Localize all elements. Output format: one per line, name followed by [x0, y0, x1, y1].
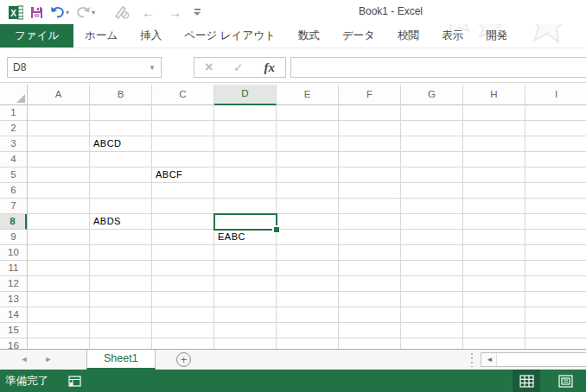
- status-ready-text: 準備完了: [5, 370, 48, 392]
- sheet-tabs: Sheet1: [86, 350, 156, 370]
- row-header-2[interactable]: 2: [0, 121, 27, 136]
- insert-function-icon[interactable]: fx: [264, 60, 276, 75]
- ribbon-tab-row: ファイルホーム挿入ページ レイアウト数式データ校閲表示開発: [0, 24, 586, 48]
- name-box-value: D8: [8, 61, 143, 73]
- row-header-9[interactable]: 9: [0, 230, 27, 245]
- column-header-E[interactable]: E: [277, 85, 339, 105]
- record-macro-icon[interactable]: [66, 373, 83, 389]
- excel-logo-icon[interactable]: X: [5, 2, 27, 22]
- save-icon[interactable]: [27, 2, 47, 22]
- column-header-C[interactable]: C: [152, 85, 214, 105]
- sheet-tab-bar: ◄ ► Sheet1 + ◄: [0, 349, 586, 370]
- horizontal-scrollbar[interactable]: ◄: [481, 352, 586, 367]
- cell-C5[interactable]: ABCF: [152, 168, 214, 183]
- undo-icon[interactable]: ▾: [47, 2, 73, 22]
- next-sheet-icon[interactable]: ►: [40, 350, 57, 370]
- ribbon-tab-0[interactable]: ファイル: [0, 24, 73, 47]
- formula-bar-row: D8 ▾ × ✓ fx: [0, 48, 586, 83]
- select-all-triangle-icon: [16, 94, 25, 103]
- sheetbar-separator: [471, 353, 473, 367]
- back-arrow-icon: ←: [138, 2, 158, 22]
- column-header-B[interactable]: B: [90, 85, 152, 105]
- excel-window: X ▾: [0, 0, 586, 392]
- row-header-13[interactable]: 13: [0, 292, 27, 307]
- row-header-3[interactable]: 3: [0, 136, 27, 152]
- normal-view-button[interactable]: [513, 370, 540, 392]
- row-header-4[interactable]: 4: [0, 152, 27, 168]
- name-box-dropdown-icon[interactable]: ▾: [143, 63, 161, 72]
- window-title: Book1 - Excel: [359, 5, 423, 17]
- row-header-16[interactable]: 16: [0, 338, 27, 349]
- ribbon-tab-5[interactable]: データ: [331, 24, 386, 47]
- sheet-tab-Sheet1[interactable]: Sheet1: [86, 350, 156, 370]
- row-header-6[interactable]: 6: [0, 183, 27, 199]
- formula-input[interactable]: [290, 57, 586, 78]
- row-header-15[interactable]: 15: [0, 323, 27, 338]
- enter-check-icon: ✓: [233, 60, 244, 74]
- ribbon-tab-2[interactable]: 挿入: [129, 24, 173, 47]
- forward-arrow-icon: →: [165, 2, 185, 22]
- page-layout-view-button[interactable]: [551, 370, 579, 392]
- ribbon-tab-8[interactable]: 開発: [475, 24, 519, 47]
- redo-icon: ▾: [73, 2, 99, 22]
- row-header-10[interactable]: 10: [0, 245, 27, 261]
- ribbon-tab-6[interactable]: 校閲: [386, 24, 430, 47]
- row-header-5[interactable]: 5: [0, 168, 27, 183]
- svg-text:X: X: [10, 8, 16, 17]
- prev-sheet-icon[interactable]: ◄: [16, 350, 33, 370]
- title-bar: X ▾: [0, 0, 586, 24]
- quick-access-toolbar: X ▾: [5, 0, 204, 24]
- undo-dropdown-icon[interactable]: ▾: [66, 9, 69, 16]
- redo-dropdown-icon: ▾: [92, 9, 95, 16]
- column-header-A[interactable]: A: [28, 85, 90, 105]
- row-header-7[interactable]: 7: [0, 199, 27, 214]
- customize-qat-icon[interactable]: [190, 2, 204, 22]
- cell-area[interactable]: ABCDABCFABDSEABC: [28, 105, 586, 349]
- cancel-icon: ×: [205, 60, 213, 75]
- ribbon-tab-7[interactable]: 表示: [430, 24, 475, 47]
- column-header-G[interactable]: G: [401, 85, 463, 105]
- active-cell-selection[interactable]: [213, 213, 277, 231]
- row-header-8[interactable]: 8: [0, 214, 27, 230]
- scroll-left-icon[interactable]: ◄: [483, 353, 497, 366]
- worksheet-grid: ABCDEFGHI 12345678910111213141516 ABCDAB…: [0, 83, 586, 349]
- ink-pen-icon: [111, 2, 133, 22]
- ribbon-tab-4[interactable]: 数式: [287, 24, 331, 47]
- column-headers: ABCDEFGHI: [28, 85, 586, 105]
- name-box[interactable]: D8 ▾: [7, 57, 162, 78]
- select-all-corner[interactable]: [0, 85, 28, 105]
- new-sheet-button[interactable]: +: [176, 352, 191, 367]
- column-header-D[interactable]: D: [214, 85, 277, 105]
- column-header-H[interactable]: H: [463, 85, 525, 105]
- ribbon-tab-3[interactable]: ページ レイアウト: [173, 24, 287, 47]
- row-header-12[interactable]: 12: [0, 276, 27, 292]
- column-header-F[interactable]: F: [339, 85, 401, 105]
- formula-buttons: × ✓ fx: [194, 57, 286, 78]
- row-header-14[interactable]: 14: [0, 307, 27, 323]
- column-header-I[interactable]: I: [525, 85, 586, 105]
- row-header-11[interactable]: 11: [0, 261, 27, 276]
- status-bar: 準備完了: [0, 370, 586, 392]
- ribbon-tab-1[interactable]: ホーム: [73, 24, 129, 47]
- cell-B8[interactable]: ABDS: [90, 214, 152, 230]
- row-header-1[interactable]: 1: [0, 105, 27, 121]
- cell-D9[interactable]: EABC: [214, 230, 277, 245]
- cell-B3[interactable]: ABCD: [90, 136, 152, 152]
- row-headers: 12345678910111213141516: [0, 105, 28, 349]
